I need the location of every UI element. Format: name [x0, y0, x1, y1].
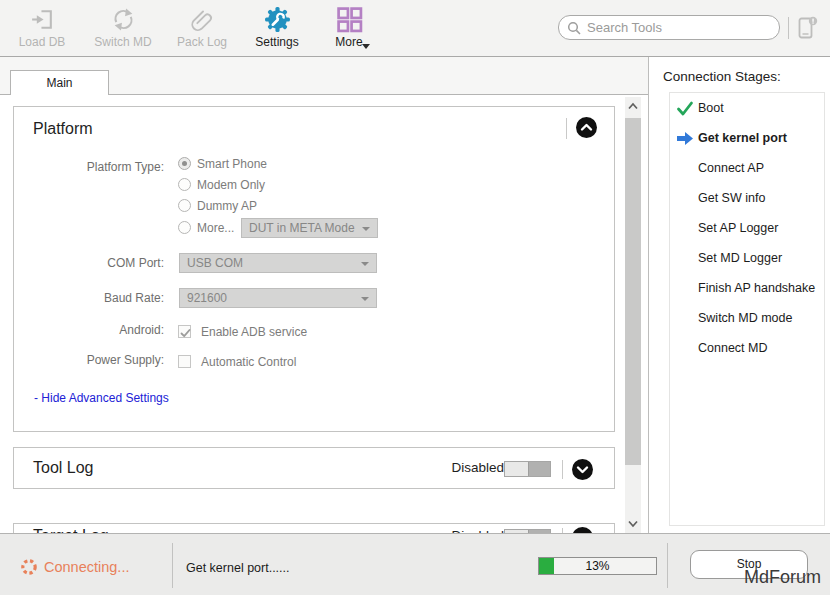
- status-bar-divider: [667, 543, 668, 588]
- scroll-up-icon: [627, 102, 639, 110]
- progress-bar: 13%: [538, 557, 657, 575]
- status-bar: Connecting... Get kernel port...... 13% …: [0, 533, 830, 595]
- switch-md-label: Switch MD: [94, 35, 151, 49]
- load-db-button[interactable]: Load DB: [12, 6, 72, 49]
- status-bar-divider: [172, 543, 173, 588]
- hide-advanced-settings-link[interactable]: - Hide Advanced Settings: [34, 391, 169, 405]
- power-checkbox-label: Automatic Control: [201, 355, 296, 370]
- com-port-label: COM Port:: [14, 253, 164, 273]
- pack-log-icon: [189, 6, 216, 33]
- stage-done-check-icon: [676, 101, 694, 116]
- stage-get-sw-info: Get SW info: [670, 183, 824, 213]
- device-phone-icon: [794, 14, 820, 42]
- stage-boot: Boot: [670, 93, 824, 123]
- toolbar: Load DB Switch MD Pack Log: [0, 0, 830, 57]
- check-icon: [179, 327, 192, 340]
- adb-checkbox[interactable]: [178, 325, 191, 338]
- more-caret-icon: [362, 44, 370, 49]
- connection-status-text: Connecting...: [44, 559, 129, 575]
- platform-type-label: Platform Type:: [14, 157, 164, 177]
- stage-set-md-logger: Set MD Logger: [670, 243, 824, 273]
- watermark-text: MdForum: [744, 567, 821, 588]
- platform-header-divider: [566, 118, 567, 139]
- connection-stages-list: Boot Get kernel port Connect AP Get SW i…: [669, 92, 825, 526]
- more-button[interactable]: More: [325, 6, 373, 49]
- radio-smart-phone[interactable]: [178, 157, 191, 170]
- settings-label: Settings: [255, 35, 298, 49]
- search-input[interactable]: [587, 20, 771, 35]
- tool-log-section: Tool Log Disabled: [13, 447, 615, 489]
- radio-modem-only-label: Modem Only: [197, 178, 265, 193]
- vertical-scrollbar[interactable]: [625, 97, 641, 533]
- settings-gear-icon: [264, 6, 291, 33]
- tab-main[interactable]: Main: [10, 70, 109, 95]
- switch-md-button[interactable]: Switch MD: [92, 6, 154, 49]
- search-box[interactable]: [558, 15, 780, 40]
- scroll-down-icon: [627, 520, 639, 528]
- device-status-button[interactable]: [794, 14, 820, 42]
- connection-stages-title: Connection Stages:: [663, 69, 781, 84]
- platform-section: Platform Platform Type: Smart Phone Mode…: [13, 106, 615, 432]
- toggle-knob: [505, 462, 529, 476]
- workspace: Main Platform Platform Type: Smart Phone…: [0, 57, 830, 533]
- connecting-spinner-icon: [20, 558, 38, 576]
- radio-more[interactable]: [178, 221, 191, 234]
- load-db-icon: [29, 6, 56, 33]
- platform-section-title: Platform: [33, 120, 93, 138]
- platform-collapse-button[interactable]: [576, 117, 597, 138]
- radio-dummy-ap-label: Dummy AP: [197, 199, 257, 214]
- switch-md-icon: [110, 6, 137, 33]
- com-port-select[interactable]: USB COM: [179, 253, 377, 273]
- load-db-label: Load DB: [19, 35, 66, 49]
- pack-log-button[interactable]: Pack Log: [172, 6, 232, 49]
- stage-switch-md-mode: Switch MD mode: [670, 303, 824, 333]
- radio-modem-only[interactable]: [178, 178, 191, 191]
- power-supply-label: Power Supply:: [14, 353, 164, 368]
- target-log-section-partial: Target Log Disabled: [13, 523, 615, 533]
- power-checkbox[interactable]: [178, 355, 191, 368]
- pack-log-label: Pack Log: [177, 35, 227, 49]
- radio-dummy-ap[interactable]: [178, 199, 191, 212]
- chevron-up-circle-icon: [576, 117, 597, 138]
- tool-log-header-divider: [562, 460, 563, 479]
- app-window: Load DB Switch MD Pack Log: [0, 0, 830, 595]
- stage-connect-md: Connect MD: [670, 333, 824, 363]
- stage-current-arrow-icon: [676, 131, 694, 146]
- scroll-up-button[interactable]: [625, 97, 641, 115]
- tool-log-status: Disabled: [438, 460, 504, 475]
- baud-rate-label: Baud Rate:: [14, 288, 164, 308]
- connection-message: Get kernel port......: [186, 561, 290, 575]
- progress-percent: 13%: [539, 558, 656, 574]
- radio-smart-phone-label: Smart Phone: [197, 157, 267, 172]
- adb-checkbox-label: Enable ADB service: [201, 325, 307, 340]
- tool-log-title: Tool Log: [33, 459, 94, 477]
- baud-rate-select[interactable]: 921600: [179, 288, 377, 308]
- stage-set-ap-logger: Set AP Logger: [670, 213, 824, 243]
- scrollbar-thumb[interactable]: [625, 118, 641, 465]
- radio-more-label: More...: [197, 221, 234, 236]
- scroll-down-button[interactable]: [625, 515, 641, 533]
- search-icon: [567, 21, 581, 35]
- settings-button[interactable]: Settings: [249, 6, 305, 49]
- connection-stages-panel: Connection Stages: Boot Get kernel port …: [648, 57, 830, 533]
- more-label: More: [335, 35, 362, 49]
- stage-finish-ap-handshake: Finish AP handshake: [670, 273, 824, 303]
- meta-mode-select[interactable]: DUT in META Mode: [241, 218, 378, 238]
- toolbar-divider: [788, 17, 789, 39]
- tool-log-toggle[interactable]: [504, 461, 551, 477]
- chevron-down-circle-icon: [572, 459, 593, 480]
- stage-connect-ap: Connect AP: [670, 153, 824, 183]
- more-grid-icon: [336, 6, 363, 33]
- tool-log-expand-button[interactable]: [572, 459, 593, 480]
- android-label: Android:: [14, 323, 164, 338]
- stage-get-kernel-port: Get kernel port: [670, 123, 824, 153]
